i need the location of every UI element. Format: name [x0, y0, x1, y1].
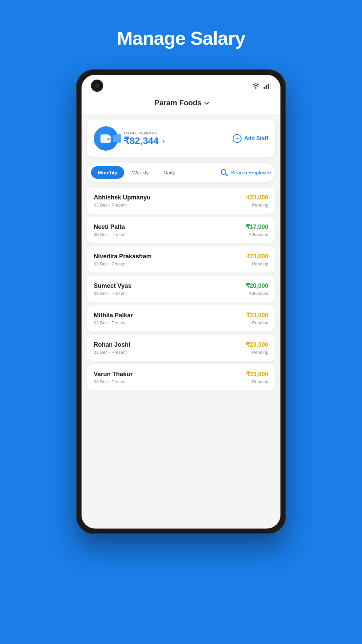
pending-card: TOTAL PENDING ₹82,344 › + Add Staff [87, 120, 275, 157]
employee-info-1: Abhishek Upmanyu 03 Dec - Present [94, 194, 151, 208]
svg-rect-8 [100, 134, 109, 137]
employee-name-3: Nivedita Prakasham [94, 253, 152, 260]
salary-status-5: Pending [246, 320, 268, 325]
employee-salary-2: ₹17,000 Advanced [246, 223, 268, 237]
salary-amount-4: ₹20,000 [246, 282, 268, 289]
svg-point-0 [255, 87, 256, 89]
camera-notch [91, 80, 103, 92]
employee-card-5[interactable]: Mithila Palkar 03 Dec - Present ₹23,000 … [87, 305, 275, 331]
add-staff-button[interactable]: + Add Staff [233, 134, 268, 143]
employee-card-6[interactable]: Rohan Joshi 03 Dec - Present ₹23,000 Pen… [87, 335, 275, 361]
employee-period-2: 03 Dec - Present [94, 232, 127, 237]
add-staff-icon: + [233, 134, 242, 143]
status-bar [82, 75, 280, 94]
employee-name-4: Sumeet Vyas [94, 282, 131, 289]
employee-period-1: 03 Dec - Present [94, 202, 151, 208]
employee-salary-3: ₹23,000 Pending [246, 253, 268, 266]
salary-amount-6: ₹23,000 [246, 341, 268, 348]
svg-rect-2 [266, 85, 267, 89]
employee-name-5: Mithila Palkar [94, 312, 133, 319]
filter-tab-weekly[interactable]: Weekly [126, 166, 156, 179]
employee-name-7: Varun Thakur [94, 371, 133, 378]
salary-status-1: Pending [246, 202, 268, 208]
card-divider [227, 128, 227, 149]
svg-rect-3 [268, 84, 269, 89]
salary-amount-1: ₹23,000 [246, 194, 268, 201]
employee-info-5: Mithila Palkar 03 Dec - Present [94, 312, 133, 325]
employee-info-3: Nivedita Prakasham 03 Dec - Present [94, 253, 152, 266]
employee-period-6: 03 Dec - Present [94, 350, 130, 355]
company-selector[interactable]: Param Foods [90, 99, 272, 107]
search-icon [220, 169, 228, 177]
phone-screen: Param Foods TOTAL PENDING ₹82,344 › [82, 75, 280, 529]
filter-tab-monthly[interactable]: Monthly [91, 166, 124, 179]
salary-amount-7: ₹23,000 [246, 370, 268, 378]
salary-amount-3: ₹23,000 [246, 253, 268, 260]
employee-period-3: 03 Dec - Present [94, 261, 152, 266]
employee-info-7: Varun Thakur 03 Dec - Present [94, 371, 133, 384]
app-header: Param Foods [82, 94, 280, 114]
phone-frame: Param Foods TOTAL PENDING ₹82,344 › [76, 69, 286, 534]
svg-rect-1 [264, 87, 265, 89]
salary-status-3: Pending [246, 261, 268, 266]
salary-amount-5: ₹23,000 [246, 312, 268, 319]
pending-info: TOTAL PENDING ₹82,344 › [123, 131, 222, 146]
svg-line-10 [225, 174, 227, 176]
arrow-right-icon: › [163, 137, 165, 145]
employee-name-6: Rohan Joshi [94, 341, 130, 348]
employee-card-4[interactable]: Sumeet Vyas 03 Dec - Present ₹20,000 Adv… [87, 276, 275, 302]
pending-label: TOTAL PENDING [123, 131, 222, 135]
svg-rect-4 [270, 83, 271, 89]
wifi-icon [251, 82, 260, 89]
employee-salary-1: ₹23,000 Pending [246, 194, 268, 208]
add-staff-label: Add Staff [244, 135, 268, 142]
employee-period-7: 03 Dec - Present [94, 379, 133, 384]
employee-period-4: 03 Dec - Present [94, 291, 131, 296]
salary-status-2: Advanced [246, 232, 268, 237]
wallet-icon-wrap [94, 126, 118, 151]
filter-bar: Monthly Weekly Daily Search Employee [87, 163, 275, 182]
salary-status-7: Pending [246, 379, 268, 384]
filter-divider [216, 167, 216, 179]
svg-rect-7 [107, 138, 110, 140]
employee-salary-4: ₹20,000 Advanced [246, 282, 268, 296]
employee-name-2: Neeti Palta [94, 223, 127, 231]
employee-name-1: Abhishek Upmanyu [94, 194, 151, 201]
search-label: Search Employee [231, 170, 271, 175]
employee-salary-6: ₹23,000 Pending [246, 341, 268, 355]
employee-period-5: 03 Dec - Present [94, 320, 133, 325]
camera-lens [94, 82, 100, 89]
employee-list: Abhishek Upmanyu 03 Dec - Present ₹23,00… [82, 188, 280, 390]
filter-tabs: Monthly Weekly Daily [91, 166, 212, 179]
pending-amount[interactable]: ₹82,344 › [123, 135, 222, 146]
chevron-down-icon [204, 100, 209, 105]
wallet-icon [100, 133, 112, 144]
company-name-label: Param Foods [154, 99, 201, 107]
filter-tab-daily[interactable]: Daily [157, 166, 181, 179]
signal-icon [264, 83, 271, 89]
employee-info-4: Sumeet Vyas 03 Dec - Present [94, 282, 131, 296]
employee-salary-5: ₹23,000 Pending [246, 312, 268, 325]
employee-card-7[interactable]: Varun Thakur 03 Dec - Present ₹23,000 Pe… [87, 364, 275, 390]
employee-card-2[interactable]: Neeti Palta 03 Dec - Present ₹17,000 Adv… [87, 217, 275, 243]
search-employee-button[interactable]: Search Employee [220, 169, 271, 177]
employee-info-2: Neeti Palta 03 Dec - Present [94, 223, 127, 237]
salary-amount-2: ₹17,000 [246, 223, 268, 231]
employee-info-6: Rohan Joshi 03 Dec - Present [94, 341, 130, 355]
salary-status-4: Advanced [246, 291, 268, 296]
employee-card-1[interactable]: Abhishek Upmanyu 03 Dec - Present ₹23,00… [87, 188, 275, 214]
page-title: Manage Salary [117, 27, 245, 49]
salary-status-6: Pending [246, 350, 268, 355]
employee-salary-7: ₹23,000 Pending [246, 370, 268, 384]
status-icons [251, 82, 271, 89]
employee-card-3[interactable]: Nivedita Prakasham 03 Dec - Present ₹23,… [87, 246, 275, 273]
